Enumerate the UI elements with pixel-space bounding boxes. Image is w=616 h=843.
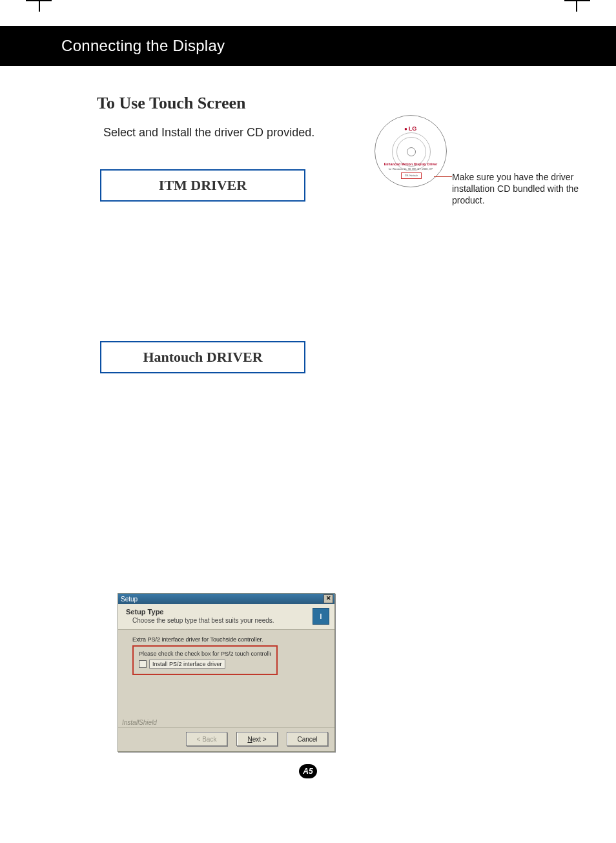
setup-body-line: Please check the check box for PS/2 touc… — [139, 650, 271, 657]
crop-mark — [39, 0, 40, 12]
installshield-label: InstallShield — [122, 719, 334, 726]
page-header-title: Connecting the Display — [61, 37, 225, 55]
section-subtitle: Select and Install the driver CD provide… — [103, 126, 314, 140]
cd-subtitle-text: for Windows 95, 98, ME, NT, 2000, XP — [378, 167, 444, 171]
checkbox-row: Install PS/2 interface driver — [139, 660, 271, 669]
cd-callout-text: Make sure you have the driver installati… — [452, 171, 581, 206]
hantouch-driver-box: Hantouch DRIVER — [100, 341, 305, 373]
hantouch-driver-label: Hantouch DRIVER — [143, 349, 262, 365]
crop-mark — [564, 0, 590, 1]
setup-body: Extra PS/2 interface driver for Touchsid… — [118, 630, 334, 716]
section-title: To Use Touch Screen — [97, 94, 245, 113]
cd-hole-icon — [407, 147, 416, 156]
cd-illustration: LG Enhanced Motion Display Driver for Wi… — [375, 115, 446, 186]
install-ps2-checkbox[interactable] — [139, 660, 147, 668]
cancel-button[interactable]: Cancel — [287, 732, 328, 746]
setup-dialog: Setup ✕ Setup Type Choose the setup type… — [118, 593, 335, 752]
setup-titlebar: Setup ✕ — [118, 594, 334, 604]
setup-body-line: Extra PS/2 interface driver for Touchsid… — [132, 636, 327, 643]
callout-leader-line — [434, 176, 452, 177]
page-header-bar: Connecting the Display — [0, 26, 616, 66]
setup-footer: < Back Next > Cancel — [118, 727, 334, 751]
setup-header-title: Setup Type — [126, 608, 329, 616]
itm-driver-label: ITM DRIVER — [159, 177, 247, 193]
close-icon[interactable]: ✕ — [323, 594, 333, 603]
install-ps2-checkbox-label: Install PS/2 interface driver — [149, 660, 225, 669]
setup-header: Setup Type Choose the setup type that be… — [118, 604, 334, 630]
highlighted-option-frame: Please check the check box for PS/2 touc… — [132, 645, 278, 675]
next-button[interactable]: Next > — [236, 732, 278, 746]
cd-title-text: Enhanced Motion Display Driver — [378, 162, 444, 166]
next-button-rest: ext > — [252, 736, 267, 743]
cd-highlight-box: ITM / Hantouch — [401, 172, 422, 179]
itm-driver-box: ITM DRIVER — [100, 169, 305, 202]
manual-page: Connecting the Display To Use Touch Scre… — [0, 0, 616, 843]
page-number-badge: A5 — [299, 764, 317, 778]
cd-brand-label: LG — [404, 125, 416, 132]
setup-titlebar-text: Setup — [121, 596, 138, 603]
setup-header-subtitle: Choose the setup type that best suits yo… — [132, 617, 329, 624]
back-button[interactable]: < Back — [186, 732, 227, 746]
installer-icon: I — [313, 608, 329, 625]
crop-mark — [576, 0, 577, 12]
next-button-hotkey: N — [247, 736, 252, 743]
